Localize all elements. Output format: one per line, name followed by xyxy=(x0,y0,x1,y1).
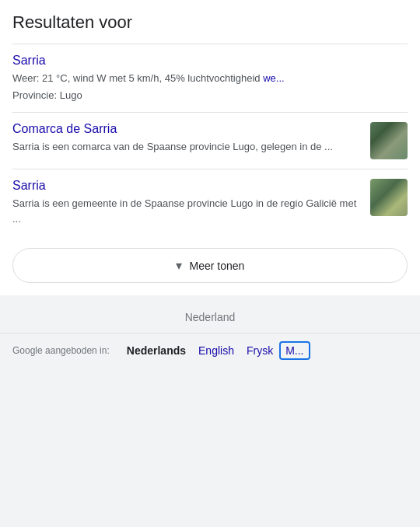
snippet-text: Weer: 21 °C, wind W met 5 km/h, 45% luch… xyxy=(12,72,263,84)
result-text-comarca: Comarca de Sarria Sarria is een comarca … xyxy=(12,122,370,155)
result-title-sarria-weather[interactable]: Sarria xyxy=(12,54,408,68)
nederland-section: Nederland xyxy=(0,295,420,333)
result-row-comarca: Comarca de Sarria Sarria is een comarca … xyxy=(12,122,408,159)
lang-link-frysk[interactable]: Frysk xyxy=(240,341,279,360)
result-item-sarria-gemeente: Sarria Sarria is een gemeente in de Spaa… xyxy=(12,169,408,236)
result-title-sarria-gemeente[interactable]: Sarria xyxy=(12,179,362,193)
result-thumbnail-comarca xyxy=(370,122,408,159)
footer-bar: Google aangeboden in: Nederlands English… xyxy=(0,333,420,368)
result-thumbnail-sarria xyxy=(370,179,408,216)
language-links: Nederlands English Frysk M... xyxy=(121,341,408,360)
nederland-label: Nederland xyxy=(185,311,236,323)
lang-link-more[interactable]: M... xyxy=(279,341,310,360)
lang-link-english[interactable]: English xyxy=(192,341,240,360)
province-value: Lugo xyxy=(60,89,82,101)
snippet-link[interactable]: we... xyxy=(263,72,284,84)
meer-tonen-button[interactable]: ▾ Meer tonen xyxy=(12,248,408,283)
result-item-comarca: Comarca de Sarria Sarria is een comarca … xyxy=(12,113,408,169)
google-aangeboden-label: Google aangeboden in: xyxy=(12,344,110,358)
province-label: Provincie: xyxy=(12,89,57,101)
result-snippet-sarria-weather: Weer: 21 °C, wind W met 5 km/h, 45% luch… xyxy=(12,71,408,86)
meer-tonen-section: ▾ Meer tonen xyxy=(0,236,420,295)
result-snippet-sarria-gemeente: Sarria is een gemeente in de Spaanse pro… xyxy=(12,196,362,226)
result-province: Provincie: Lugo xyxy=(12,88,408,103)
result-row-sarria: Sarria Sarria is een gemeente in de Spaa… xyxy=(12,179,408,226)
result-text-sarria: Sarria Sarria is een gemeente in de Spaa… xyxy=(12,179,370,226)
main-content: Resultaten voor Sarria Weer: 21 °C, wind… xyxy=(0,0,420,236)
lang-link-nederlands[interactable]: Nederlands xyxy=(121,341,192,360)
thumb-comarca-image xyxy=(370,122,408,159)
thumb-sarria-image xyxy=(370,179,408,216)
result-title-comarca[interactable]: Comarca de Sarria xyxy=(12,122,362,136)
meer-tonen-label: Meer tonen xyxy=(190,260,245,272)
chevron-down-icon: ▾ xyxy=(176,258,182,273)
result-snippet-comarca: Sarria is een comarca van de Spaanse pro… xyxy=(12,139,362,155)
results-header: Resultaten voor xyxy=(12,12,408,33)
result-item-sarria-weather: Sarria Weer: 21 °C, wind W met 5 km/h, 4… xyxy=(12,44,408,113)
